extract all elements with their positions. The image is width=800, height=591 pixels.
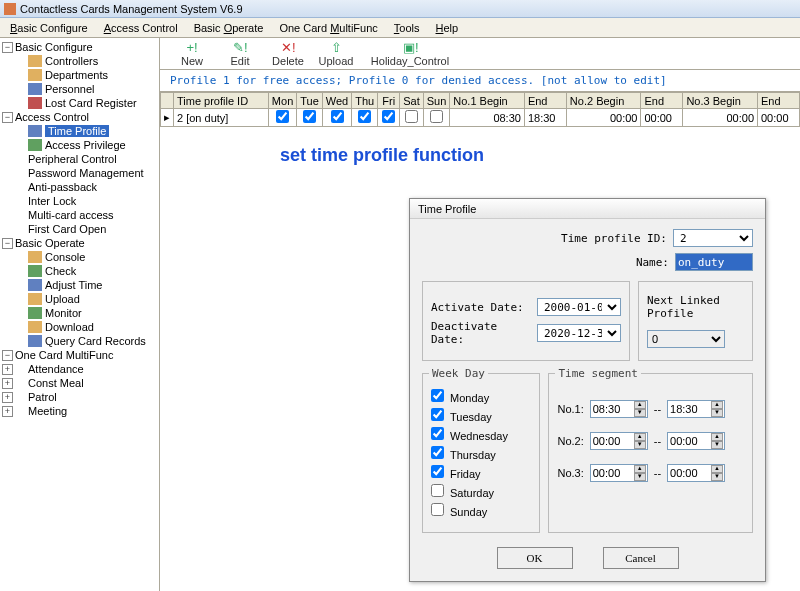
expand-icon[interactable]: + [2,378,13,389]
edit-button[interactable]: ✎!Edit [216,41,264,67]
tree-item[interactable]: Anti-passback [28,181,97,193]
seg1-end[interactable]: 18:30▲▼ [667,400,725,418]
collapse-icon[interactable]: − [2,238,13,249]
thursday-check[interactable] [431,446,444,459]
tree-item[interactable]: Query Card Records [45,335,146,347]
cancel-button[interactable]: Cancel [603,547,679,569]
fri-check[interactable] [382,110,395,123]
sun-check[interactable] [430,110,443,123]
seg2-end[interactable]: 00:00▲▼ [667,432,725,450]
tree-item-selected[interactable]: Time Profile [45,125,109,137]
delete-button[interactable]: ✕!Delete [264,41,312,67]
tree-item[interactable]: Attendance [28,363,84,375]
app-icon [4,3,16,15]
hint-text: Profile 1 for free access; Profile 0 for… [160,70,800,92]
sunday-check[interactable] [431,503,444,516]
tree-group[interactable]: Access Control [15,111,89,123]
seg3-end[interactable]: 00:00▲▼ [667,464,725,482]
tree-item[interactable]: Peripheral Control [28,153,117,165]
clock-icon [28,279,42,291]
tree-item[interactable]: Personnel [45,83,95,95]
tree-item[interactable]: Password Management [28,167,144,179]
menu-access-control[interactable]: Access Control [96,20,186,36]
table-row[interactable]: ▸ 2 [on duty] 08:30 18:30 00:00 00:00 00… [161,109,800,127]
collapse-icon[interactable]: − [2,42,13,53]
tree-item[interactable]: Check [45,265,76,277]
tree-item[interactable]: Departments [45,69,108,81]
dialog-title: Time Profile [410,199,765,219]
wed-check[interactable] [331,110,344,123]
tree-item[interactable]: Inter Lock [28,195,76,207]
monitor-icon [28,307,42,319]
tree-item[interactable]: Download [45,321,94,333]
tree-item[interactable]: Monitor [45,307,82,319]
time-profile-grid[interactable]: Time profile ID Mon Tue Wed Thu Fri Sat … [160,92,800,127]
new-button[interactable]: +!New [168,41,216,67]
tree-item[interactable]: Controllers [45,55,98,67]
expand-icon[interactable]: + [2,392,13,403]
activate-date[interactable]: 2000-01-01 [537,298,621,316]
upload-button[interactable]: ⇧Upload [312,41,360,67]
tree-item[interactable]: Console [45,251,85,263]
tree-item[interactable]: Access Privilege [45,139,126,151]
seg1-label: No.1: [557,403,583,415]
menu-basic-configure[interactable]: Basic Configure [2,20,96,36]
tree-item[interactable]: Multi-card access [28,209,114,221]
collapse-icon[interactable]: − [2,350,13,361]
wednesday-check[interactable] [431,427,444,440]
tree-group[interactable]: Basic Operate [15,237,85,249]
holiday-button[interactable]: ▣!Holiday_Control [360,41,460,67]
plus-icon: +! [185,41,199,55]
tree-group[interactable]: Basic Configure [15,41,93,53]
calendar-icon: ▣! [403,41,417,55]
seg3-label: No.3: [557,467,583,479]
seg3-begin[interactable]: 00:00▲▼ [590,464,648,482]
thu-check[interactable] [358,110,371,123]
saturday-check[interactable] [431,484,444,497]
name-input[interactable] [675,253,753,271]
tree-item[interactable]: Upload [45,293,80,305]
collapse-icon[interactable]: − [2,112,13,123]
monday-check[interactable] [431,389,444,402]
tree-item[interactable]: First Card Open [28,223,106,235]
person-icon [28,83,42,95]
menu-help[interactable]: Help [428,20,467,36]
upload-icon: ⇧ [329,41,343,55]
tue-check[interactable] [303,110,316,123]
name-label: Name: [636,256,669,269]
console-icon [28,251,42,263]
tree-item[interactable]: Patrol [28,391,57,403]
segment-group-label: Time segment [555,367,640,380]
tree-item[interactable]: Const Meal [28,377,84,389]
window-title: Contactless Cards Management System V6.9 [20,3,243,15]
expand-icon[interactable]: + [2,406,13,417]
nav-tree[interactable]: −Basic Configure Controllers Departments… [0,38,160,591]
friday-check[interactable] [431,465,444,478]
linked-select[interactable]: 0 [647,330,725,348]
tree-item[interactable]: Meeting [28,405,67,417]
seg1-begin[interactable]: 08:30▲▼ [590,400,648,418]
menu-tools[interactable]: Tools [386,20,428,36]
tree-item[interactable]: Adjust Time [45,279,102,291]
col-id[interactable]: Time profile ID [174,93,269,109]
tree-group[interactable]: One Card MultiFunc [15,349,113,361]
expand-icon[interactable]: + [2,364,13,375]
id-label: Time profile ID: [561,232,667,245]
seg2-begin[interactable]: 00:00▲▼ [590,432,648,450]
main-menubar[interactable]: Basic Configure Access Control Basic Ope… [0,18,800,38]
mon-check[interactable] [276,110,289,123]
deactivate-date[interactable]: 2020-12-31 [537,324,621,342]
id-select[interactable]: 2 [673,229,753,247]
upload-icon [28,293,42,305]
up-icon: ▲ [634,401,646,409]
down-icon: ▼ [634,409,646,417]
sat-check[interactable] [405,110,418,123]
ok-button[interactable]: OK [497,547,573,569]
window-titlebar: Contactless Cards Management System V6.9 [0,0,800,18]
tuesday-check[interactable] [431,408,444,421]
time-profile-dialog: Time Profile Time profile ID: 2 Name: Ac… [409,198,766,582]
weekday-group-label: Week Day [429,367,488,380]
menu-basic-operate[interactable]: Basic Operate [186,20,272,36]
tree-item[interactable]: Lost Card Register [45,97,137,109]
menu-one-card[interactable]: One Card MultiFunc [271,20,385,36]
